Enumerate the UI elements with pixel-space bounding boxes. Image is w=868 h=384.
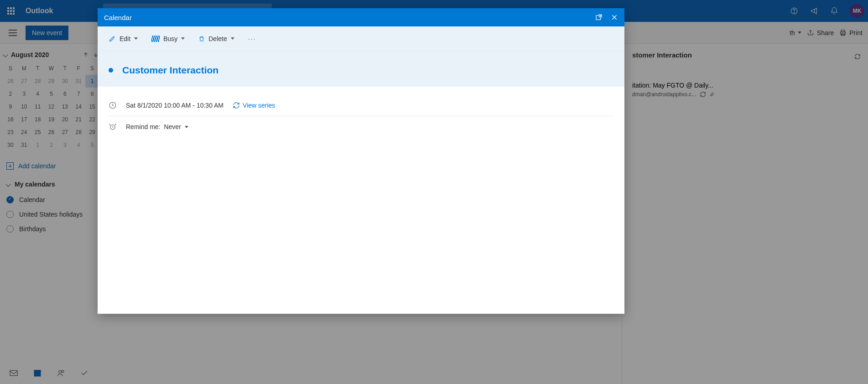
- chevron-down-icon: [185, 126, 188, 128]
- reminder-row: Remind me: Never: [109, 116, 613, 137]
- view-series-label: View series: [243, 102, 275, 109]
- busy-icon: [151, 36, 160, 42]
- busy-label: Busy: [163, 35, 177, 42]
- modal-header: Calendar: [98, 8, 624, 26]
- modal-title: Calendar: [104, 14, 132, 21]
- modal-toolbar: Edit Busy Delete ···: [98, 26, 624, 51]
- reminder-dropdown[interactable]: Never: [164, 123, 188, 130]
- chevron-down-icon: [231, 37, 234, 40]
- edit-label: Edit: [120, 35, 130, 42]
- delete-label: Delete: [208, 35, 227, 42]
- delete-button[interactable]: Delete: [198, 35, 234, 42]
- busy-dropdown[interactable]: Busy: [151, 35, 185, 42]
- pencil-icon: [109, 35, 116, 42]
- calendar-color-dot: [109, 68, 113, 73]
- chevron-down-icon: [181, 37, 185, 40]
- clock-icon: [109, 101, 117, 109]
- remind-value: Never: [164, 123, 181, 130]
- datetime-text: Sat 8/1/2020 10:00 AM - 10:30 AM: [126, 102, 223, 109]
- event-modal: Calendar Edit Busy Delete ··· Customer I…: [98, 8, 624, 314]
- edit-button[interactable]: Edit: [109, 35, 138, 42]
- alarm-icon: [109, 123, 117, 131]
- event-title-row: Customer Interaction: [98, 51, 624, 87]
- remind-label: Remind me:: [126, 123, 160, 130]
- chevron-down-icon: [134, 37, 138, 40]
- datetime-row: Sat 8/1/2020 10:00 AM - 10:30 AM View se…: [109, 95, 613, 116]
- close-icon[interactable]: [611, 14, 618, 21]
- refresh-icon: [233, 102, 240, 109]
- trash-icon: [198, 35, 205, 42]
- view-series-link[interactable]: View series: [233, 102, 275, 109]
- popout-icon[interactable]: [595, 14, 603, 21]
- more-button[interactable]: ···: [248, 35, 256, 42]
- event-title: Customer Interaction: [122, 65, 218, 76]
